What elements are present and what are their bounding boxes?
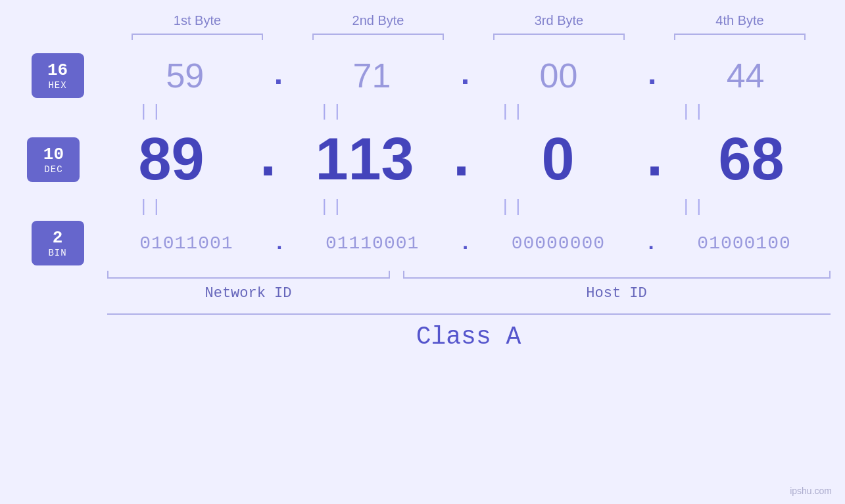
dec-values: 89 . 113 . 0 . 68 [92, 126, 830, 193]
bin-val-1: 01011001 [107, 233, 265, 254]
dec-label-cell: 10 DEC [15, 137, 93, 182]
eq-4: || [615, 102, 773, 122]
bracket-gap [390, 271, 403, 279]
hex-base-badge: 16 HEX [32, 53, 84, 98]
bin-base-name: BIN [48, 248, 66, 258]
class-label: Class A [107, 323, 831, 351]
dot-bin-1: . [273, 231, 285, 256]
dec-base-num: 10 [43, 145, 64, 164]
bin-base-num: 2 [53, 228, 63, 248]
eq-2: || [253, 102, 411, 122]
byte-header-1: 1st Byte [118, 13, 276, 28]
eq-3: || [434, 102, 592, 122]
bin-label-cell: 2 BIN [15, 221, 101, 265]
id-gap [390, 285, 403, 302]
bin-val-3: 00000000 [479, 233, 637, 254]
equals-row-1: || || || || [61, 102, 785, 122]
dot-bin-2: . [459, 231, 471, 256]
dot-dec-3: . [637, 126, 672, 193]
hex-val-1: 59 [106, 56, 264, 95]
dec-base-badge: 10 DEC [27, 137, 80, 182]
bin-values: 01011001 . 01110001 . 00000000 . 0100010… [101, 231, 831, 256]
hex-label-cell: 16 HEX [15, 53, 101, 98]
bottom-brackets [107, 271, 831, 279]
top-bracket-3 [493, 34, 625, 40]
top-bracket-1 [132, 34, 263, 40]
id-labels: Network ID Host ID [107, 285, 831, 302]
dec-row: 10 DEC 89 . 113 . 0 . 68 [15, 126, 831, 193]
top-bracket-2 [312, 34, 444, 40]
dot-hex-1: . [269, 58, 288, 93]
bin-base-badge: 2 BIN [32, 221, 84, 265]
bin-val-2: 01110001 [293, 233, 451, 254]
hex-val-3: 00 [480, 56, 638, 95]
top-brackets [107, 34, 831, 40]
bottom-area: Network ID Host ID [107, 271, 831, 302]
eq2-3: || [434, 197, 592, 217]
dec-val-2: 113 [285, 126, 443, 193]
bin-row: 2 BIN 01011001 . 01110001 . 00000000 . 0… [15, 221, 831, 265]
watermark: ipshu.com [790, 486, 832, 496]
dec-base-name: DEC [44, 164, 62, 175]
eq2-4: || [615, 197, 773, 217]
dot-hex-2: . [456, 58, 475, 93]
eq2-1: || [72, 197, 230, 217]
dec-val-1: 89 [92, 126, 250, 193]
eq2-2: || [253, 197, 411, 217]
hex-values: 59 . 71 . 00 . 44 [101, 56, 831, 95]
host-bracket [403, 271, 831, 279]
equals-row-2: || || || || [61, 197, 785, 217]
dot-bin-3: . [645, 231, 658, 256]
bin-val-4: 01000100 [665, 233, 823, 254]
byte-header-3: 3rd Byte [480, 13, 638, 28]
dec-val-4: 68 [673, 126, 831, 193]
dot-hex-3: . [642, 58, 662, 93]
hex-base-num: 16 [47, 60, 68, 80]
top-bracket-4 [674, 34, 806, 40]
hex-val-4: 44 [667, 56, 825, 95]
byte-headers: 1st Byte 2nd Byte 3rd Byte 4th Byte [107, 13, 831, 28]
network-bracket [107, 271, 390, 279]
hex-base-name: HEX [48, 80, 66, 91]
byte-header-2: 2nd Byte [299, 13, 457, 28]
full-bracket-line [107, 313, 831, 315]
host-id-label: Host ID [403, 285, 831, 302]
eq-1: || [72, 102, 230, 122]
hex-row: 16 HEX 59 . 71 . 00 . 44 [15, 53, 831, 98]
dot-dec-2: . [443, 126, 479, 193]
dec-val-3: 0 [479, 126, 637, 193]
bottom-section: Class A [107, 313, 831, 351]
hex-val-2: 71 [293, 56, 450, 95]
byte-header-4: 4th Byte [661, 13, 819, 28]
main-container: 1st Byte 2nd Byte 3rd Byte 4th Byte 16 H… [0, 0, 845, 504]
dot-dec-1: . [250, 126, 285, 193]
network-id-label: Network ID [107, 285, 390, 302]
